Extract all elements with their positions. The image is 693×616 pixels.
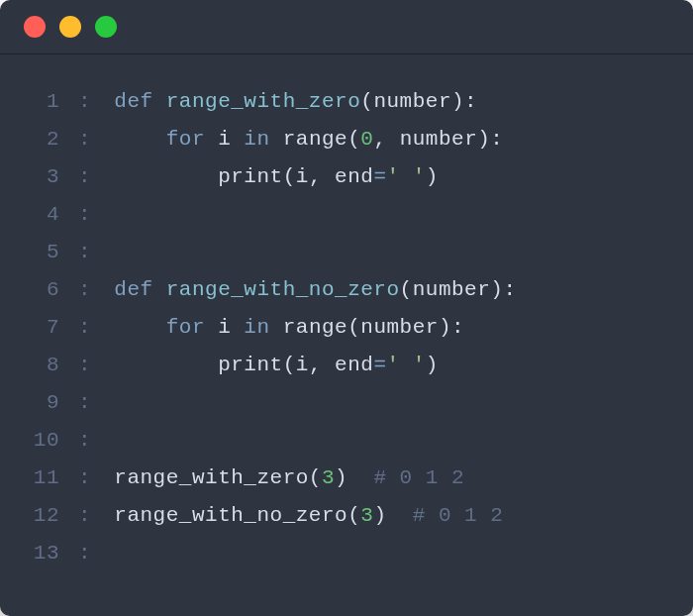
code-content[interactable]: print(i, end=' ') <box>114 158 665 196</box>
code-line[interactable]: 12 : range_with_no_zero(3) # 0 1 2 <box>28 497 665 535</box>
line-number: 3 <box>28 158 59 196</box>
code-line[interactable]: 8 : print(i, end=' ') <box>28 347 665 384</box>
line-number: 10 <box>28 422 59 460</box>
line-number: 5 <box>28 234 59 271</box>
code-token: = <box>373 165 386 188</box>
line-number: 13 <box>28 535 59 572</box>
gutter-separator: : <box>59 83 114 121</box>
code-token: def <box>114 278 165 301</box>
code-content[interactable]: def range_with_no_zero(number): <box>114 271 665 309</box>
gutter-separator: : <box>59 460 114 497</box>
code-window: 1 : def range_with_zero(number):2 : for … <box>0 0 693 616</box>
gutter-separator: : <box>59 347 114 384</box>
code-token <box>114 128 165 151</box>
code-token: in <box>231 316 282 339</box>
line-number: 9 <box>28 384 59 422</box>
line-number: 4 <box>28 196 59 234</box>
code-token: range_with_no_zero <box>166 278 400 301</box>
line-number: 12 <box>28 497 59 535</box>
code-content[interactable] <box>114 535 665 572</box>
line-number: 7 <box>28 309 59 347</box>
code-token: i <box>296 165 309 188</box>
code-token: range_with_no_zero <box>114 504 347 527</box>
code-line[interactable]: 1 : def range_with_zero(number): <box>28 83 665 121</box>
window-minimize-button[interactable] <box>59 16 81 38</box>
gutter-separator: : <box>59 121 114 158</box>
code-content[interactable]: for i in range(0, number): <box>114 121 665 158</box>
code-token: ( <box>347 316 360 339</box>
code-token: ' ' <box>387 165 426 188</box>
code-content[interactable] <box>114 196 665 234</box>
line-number: 11 <box>28 460 59 497</box>
code-token: range_with_zero <box>114 466 309 489</box>
code-token: = <box>373 354 386 376</box>
code-line[interactable]: 9 : <box>28 384 665 422</box>
gutter-separator: : <box>59 271 114 309</box>
code-editor[interactable]: 1 : def range_with_zero(number):2 : for … <box>0 53 693 616</box>
line-number: 8 <box>28 347 59 384</box>
code-content[interactable]: range_with_zero(3) # 0 1 2 <box>114 460 665 497</box>
code-token: ) <box>426 354 439 376</box>
code-content[interactable]: range_with_no_zero(3) # 0 1 2 <box>114 497 665 535</box>
gutter-separator: : <box>59 535 114 572</box>
code-token: range <box>283 128 348 151</box>
code-token: ( <box>283 165 296 188</box>
code-token: end <box>335 354 373 376</box>
code-content[interactable]: def range_with_zero(number): <box>114 83 665 121</box>
code-line[interactable]: 2 : for i in range(0, number): <box>28 121 665 158</box>
code-token: ): <box>490 278 516 301</box>
code-content[interactable] <box>114 384 665 422</box>
code-token <box>114 354 218 376</box>
code-line[interactable]: 5 : <box>28 234 665 271</box>
code-line[interactable]: 7 : for i in range(number): <box>28 309 665 347</box>
code-content[interactable] <box>114 234 665 271</box>
gutter-separator: : <box>59 158 114 196</box>
code-token: ( <box>400 278 413 301</box>
code-token: print <box>218 354 283 376</box>
code-token: , <box>309 165 335 188</box>
line-number: 1 <box>28 83 59 121</box>
code-token: ) <box>335 466 373 489</box>
code-token: i <box>218 316 231 339</box>
code-token: , <box>309 354 335 376</box>
code-line[interactable]: 6 : def range_with_no_zero(number): <box>28 271 665 309</box>
code-line[interactable]: 10 : <box>28 422 665 460</box>
code-token: # 0 1 2 <box>413 504 504 527</box>
code-token: range_with_zero <box>166 90 361 113</box>
code-token: ' ' <box>387 354 426 376</box>
code-token <box>114 165 218 188</box>
code-token: print <box>218 165 283 188</box>
code-token: ) <box>373 504 412 527</box>
gutter-separator: : <box>59 497 114 535</box>
code-token: i <box>296 354 309 376</box>
code-content[interactable] <box>114 422 665 460</box>
gutter-separator: : <box>59 309 114 347</box>
code-token: ): <box>477 128 503 151</box>
code-token: ( <box>309 466 322 489</box>
line-number: 2 <box>28 121 59 158</box>
code-line[interactable]: 11 : range_with_zero(3) # 0 1 2 <box>28 460 665 497</box>
code-token: # 0 1 2 <box>373 466 464 489</box>
code-token: ( <box>360 90 373 113</box>
code-line[interactable]: 13 : <box>28 535 665 572</box>
code-token: 3 <box>360 504 373 527</box>
code-token: ( <box>347 504 360 527</box>
window-zoom-button[interactable] <box>95 16 117 38</box>
code-line[interactable]: 3 : print(i, end=' ') <box>28 158 665 196</box>
gutter-separator: : <box>59 422 114 460</box>
code-token: ) <box>426 165 439 188</box>
code-line[interactable]: 4 : <box>28 196 665 234</box>
gutter-separator: : <box>59 234 114 271</box>
code-token: ( <box>347 128 360 151</box>
code-token: number <box>360 316 439 339</box>
code-token: number <box>373 90 451 113</box>
code-token: number <box>400 128 478 151</box>
code-content[interactable]: print(i, end=' ') <box>114 347 665 384</box>
gutter-separator: : <box>59 384 114 422</box>
code-token: def <box>114 90 165 113</box>
window-close-button[interactable] <box>24 16 46 38</box>
code-token: ( <box>283 354 296 376</box>
code-token: 3 <box>322 466 335 489</box>
code-content[interactable]: for i in range(number): <box>114 309 665 347</box>
code-token: end <box>335 165 373 188</box>
